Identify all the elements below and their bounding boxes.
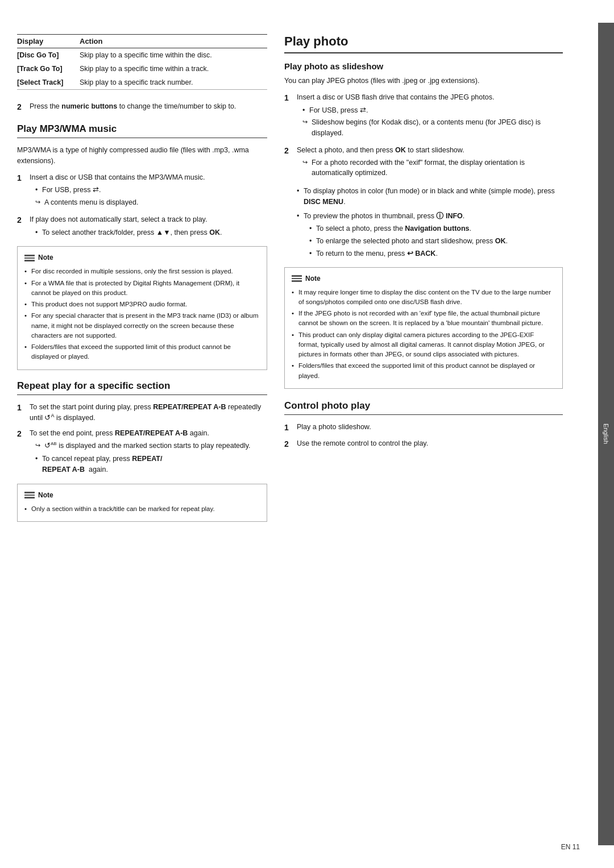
mp3-section-title: Play MP3/WMA music <box>17 123 267 138</box>
note-line <box>24 495 35 496</box>
table-row: [Select Track] Skip play to a specific t… <box>17 76 267 90</box>
content-area: Display Action [Disc Go To] Skip play to… <box>0 23 598 845</box>
list-item: This product can only display digital ca… <box>292 330 555 360</box>
slideshow-subtitle: Play photo as slideshow <box>284 61 563 71</box>
language-label: English <box>603 423 609 444</box>
note-header: Note <box>24 490 260 501</box>
step-content: Select a photo, and then press OK to sta… <box>297 145 563 180</box>
list-item: For a WMA file that is protected by Digi… <box>24 279 260 298</box>
table-row: [Disc Go To] Skip play to a specific tim… <box>17 48 267 63</box>
display-action-table: Display Action [Disc Go To] Skip play to… <box>17 34 267 90</box>
table-cell-display: [Select Track] <box>17 76 80 90</box>
bullet-sublist: To select another track/folder, press ▲▼… <box>30 227 267 238</box>
step-number: 2 <box>284 438 292 450</box>
step-number: 1 <box>17 172 25 210</box>
bullet-sublist: For USB, press ⇄. <box>30 185 267 196</box>
note-lines-icon <box>24 255 35 261</box>
list-item: For a photo recorded with the "exif" for… <box>302 157 563 179</box>
step-number: 1 <box>17 402 25 424</box>
list-item: Folders/files that exceed the supported … <box>292 361 555 381</box>
control-photo-title: Control photo play <box>284 400 563 415</box>
table-cell-action: Skip play to a specific time within a tr… <box>80 62 267 76</box>
list-item: If the JPEG photo is not recorded with a… <box>292 309 555 329</box>
slideshow-intro: You can play JPEG photos (files with .jp… <box>284 76 563 86</box>
note-line <box>292 275 302 277</box>
list-item: 2 Use the remote control to control the … <box>284 438 563 450</box>
note-label: Note <box>38 252 53 263</box>
note-line <box>292 280 302 282</box>
extra-bullets: To display photos in color (fun mode) or… <box>284 186 563 259</box>
note-label: Note <box>305 273 321 284</box>
table-header-action: Action <box>80 35 267 48</box>
note-lines-icon <box>24 492 35 499</box>
slideshow-steps: 1 Insert a disc or USB flash drive that … <box>284 92 563 180</box>
step-content: If play does not automatically start, se… <box>30 214 267 240</box>
list-item: 1 Insert a disc or USB flash drive that … <box>284 92 563 140</box>
list-item: To enlarge the selected photo and start … <box>309 236 563 247</box>
list-item: To return to the menu, press ↩ BACK. <box>309 248 563 259</box>
note-line <box>24 255 35 256</box>
list-item: Slideshow begins (for Kodak disc), or a … <box>302 117 563 139</box>
repeat-section-title: Repeat play for a specific section <box>17 380 267 395</box>
step-content: Insert a disc or USB flash drive that co… <box>297 92 563 140</box>
list-item: 2 If play does not automatically start, … <box>17 214 267 240</box>
note-list: For disc recorded in multiple sessions, … <box>24 267 260 362</box>
note-list: It may require longer time to display th… <box>292 288 555 381</box>
list-item: A contents menu is displayed. <box>35 197 267 208</box>
control-steps: 1 Play a photo slideshow. 2 Use the remo… <box>284 422 563 450</box>
step-content: Insert a disc or USB that contains the M… <box>30 172 267 210</box>
table-row: [Track Go To] Skip play to a specific ti… <box>17 62 267 76</box>
list-item: To cancel repeat play, press REPEAT/REPE… <box>35 454 267 475</box>
table-cell-action: Skip play to a specific time within the … <box>80 48 267 63</box>
mp3-intro: MP3/WMA is a type of highly compressed a… <box>17 145 267 167</box>
step-number: 2 <box>284 145 292 180</box>
list-item: To select another track/folder, press ▲▼… <box>35 227 267 238</box>
arrow-sublist: For a photo recorded with the "exif" for… <box>297 157 563 179</box>
list-item: For USB, press ⇄. <box>302 105 563 116</box>
right-column: Play photo Play photo as slideshow You c… <box>284 34 563 828</box>
arrow-sublist: ↺AB is displayed and the marked section … <box>30 441 267 451</box>
step-text: Insert a disc or USB that contains the M… <box>30 173 205 181</box>
list-item: To select a photo, press the Navigation … <box>309 223 563 234</box>
list-item: To preview the photos in thumbnail, pres… <box>297 211 563 259</box>
repeat-note-box: Note Only a section within a track/title… <box>17 484 267 522</box>
list-item: 1 To set the start point during play, pr… <box>17 402 267 424</box>
list-item: To display photos in color (fun mode) or… <box>297 186 563 207</box>
list-item: Only a section within a track/title can … <box>24 504 260 514</box>
step-text: If play does not automatically start, se… <box>30 215 207 223</box>
sub-bullet-list: To select a photo, press the Navigation … <box>304 223 563 259</box>
note-line <box>24 492 35 493</box>
step-number: 1 <box>284 422 292 434</box>
table-cell-action: Skip play to a specific track number. <box>80 76 267 90</box>
note-line <box>292 278 302 280</box>
bullet-sublist: To cancel repeat play, press REPEAT/REPE… <box>30 454 267 475</box>
list-item: It may require longer time to display th… <box>292 288 555 308</box>
step-content: Use the remote control to control the pl… <box>297 438 563 450</box>
bullet-sublist: For USB, press ⇄. <box>297 105 563 116</box>
step2-content: Press the numeric buttons to change the … <box>30 101 236 113</box>
step-content: To set the start point during play, pres… <box>30 402 267 424</box>
list-item: ↺AB is displayed and the marked section … <box>35 441 267 451</box>
note-header: Note <box>292 273 555 284</box>
list-item: 1 Insert a disc or USB that contains the… <box>17 172 267 210</box>
step-number: 2 <box>17 101 25 113</box>
mp3-steps-list: 1 Insert a disc or USB that contains the… <box>17 172 267 240</box>
list-item: This product does not support MP3PRO aud… <box>24 300 260 309</box>
list-item: For any special character that is presen… <box>24 311 260 340</box>
list-item: For USB, press ⇄. <box>35 185 267 196</box>
step-number: 1 <box>284 92 292 140</box>
note-line <box>24 260 35 261</box>
left-column: Display Action [Disc Go To] Skip play to… <box>17 34 267 828</box>
note-list: Only a section within a track/title can … <box>24 504 260 514</box>
note-line <box>24 258 35 259</box>
note-icon <box>24 255 35 261</box>
list-item: 1 Play a photo slideshow. <box>284 422 563 434</box>
step-number: 2 <box>17 428 25 476</box>
step2-text: 2 Press the numeric buttons to change th… <box>17 101 267 113</box>
list-item: Folders/files that exceed the supported … <box>24 342 260 362</box>
note-header: Note <box>24 252 260 263</box>
play-photo-title: Play photo <box>284 34 563 53</box>
list-item: 2 To set the end point, press REPEAT/REP… <box>17 428 267 476</box>
repeat-steps-list: 1 To set the start point during play, pr… <box>17 402 267 477</box>
note-lines-icon <box>292 275 302 282</box>
